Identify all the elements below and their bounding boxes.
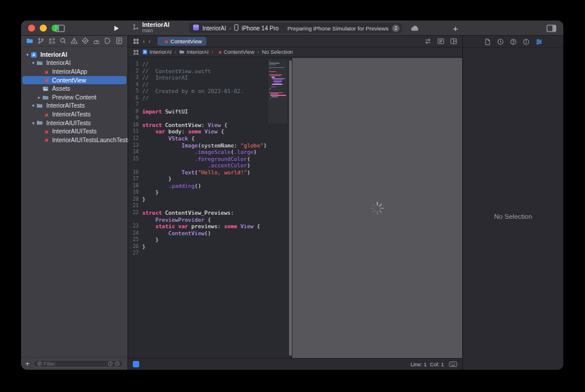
source-control-filter-icon[interactable]: [115, 361, 120, 366]
window-controls: [28, 25, 58, 32]
file-tree-item[interactable]: ▸Preview Content: [22, 93, 126, 102]
file-tree-item[interactable]: ▾InteriorAI: [22, 59, 126, 68]
file-name: Assets: [52, 85, 70, 92]
breadcrumb-item[interactable]: ContentView: [216, 49, 254, 55]
debug-navigator-icon[interactable]: [92, 37, 101, 45]
xcode-window: InteriorAI main InteriorAI › iPhone 14 P…: [21, 20, 563, 370]
code-line[interactable]: 25 }: [128, 236, 292, 243]
code-line[interactable]: 13 Image(systemName: "globe"): [128, 142, 292, 149]
go-forward-button[interactable]: ›: [149, 38, 151, 44]
code-line[interactable]: .accentColor): [128, 162, 292, 169]
code-review-icon[interactable]: [424, 37, 432, 45]
code-line[interactable]: 16 Text("Hello, world!"): [128, 169, 292, 176]
minimap-line: [272, 84, 283, 84]
toggle-inspector-button[interactable]: [546, 20, 556, 36]
code-line[interactable]: 11 var body: some View {: [128, 128, 292, 135]
file-name: InteriorAIUITests: [46, 120, 91, 126]
file-inspector-icon[interactable]: [484, 38, 491, 46]
minimap-line: [270, 95, 286, 95]
keyboard-icon[interactable]: [449, 361, 457, 367]
code-line[interactable]: 14 .imageScale(.large): [128, 149, 292, 156]
editor-scrollbar[interactable]: [289, 60, 292, 356]
find-navigator-icon[interactable]: [59, 37, 67, 45]
code-line[interactable]: 21: [128, 202, 292, 209]
code-line[interactable]: 23 static var previews: some View {: [128, 223, 292, 230]
add-editor-icon[interactable]: [450, 37, 457, 45]
line-number: 15: [128, 156, 142, 163]
file-tree-item[interactable]: InteriorAIUITests: [22, 127, 126, 136]
code-line[interactable]: 26}: [128, 243, 292, 250]
disclosure-down-icon[interactable]: ▾: [30, 60, 36, 66]
tab-overview-icon[interactable]: [133, 38, 139, 44]
tab-contentview[interactable]: ContentView: [157, 37, 207, 46]
related-items-icon[interactable]: [133, 49, 139, 56]
code-line[interactable]: 27: [128, 250, 292, 257]
code-line[interactable]: 24 ContentView(): [128, 230, 292, 237]
navigator-sidebar: ▾InteriorAI▾InteriorAIInteriorAIAppConte…: [21, 36, 128, 370]
file-tree-item[interactable]: InteriorAIUITestsLaunchTests: [22, 136, 126, 145]
disclosure-down-icon[interactable]: ▾: [30, 103, 36, 108]
go-back-button[interactable]: ‹: [143, 38, 145, 44]
symbol-navigator-icon[interactable]: [48, 37, 56, 45]
swift-icon: [42, 136, 50, 143]
file-tree-item[interactable]: Assets: [22, 84, 126, 93]
breadcrumb-item[interactable]: No Selection: [262, 49, 293, 55]
minimap[interactable]: [267, 59, 287, 123]
file-tree-item[interactable]: ▾InteriorAIUITests: [22, 119, 126, 128]
code-line[interactable]: 15 .foregroundColor(: [128, 156, 292, 163]
recent-files-filter-icon[interactable]: [108, 361, 113, 366]
disclosure-down-icon[interactable]: ▾: [30, 121, 36, 126]
editor-mode-icon[interactable]: [133, 361, 139, 367]
minimap-line: [271, 87, 277, 87]
file-tree-item[interactable]: InteriorAIApp: [22, 67, 126, 76]
breadcrumb-item[interactable]: InteriorAI: [179, 49, 208, 55]
code-line[interactable]: 18 .padding(): [128, 183, 292, 190]
attributes-inspector-icon[interactable]: [535, 38, 543, 46]
file-tree-item[interactable]: ▾InteriorAITests: [22, 102, 126, 111]
source-editor[interactable]: 1//2// ContentView.swift3// InteriorAI4/…: [128, 58, 292, 358]
breadcrumb-item[interactable]: InteriorAI: [142, 49, 171, 55]
editor-tab-bar: ‹ › ContentView: [128, 36, 462, 47]
breadcrumb-separator: ›: [212, 49, 214, 55]
file-tree-item[interactable]: ContentView: [22, 76, 126, 85]
accessibility-inspector-icon[interactable]: [522, 38, 530, 46]
preview-canvas[interactable]: [292, 58, 462, 358]
branch-icon: [132, 22, 139, 33]
scheme-selector[interactable]: InteriorAI › iPhone 14 Pro: [189, 24, 278, 32]
cloud-status-icon[interactable]: [411, 20, 420, 36]
disclosure-right-icon[interactable]: ▸: [36, 95, 42, 100]
filter-input[interactable]: [44, 361, 106, 367]
run-button[interactable]: [113, 20, 119, 36]
minimize-window-button[interactable]: [40, 25, 47, 32]
history-inspector-icon[interactable]: [497, 38, 504, 46]
file-name: InteriorAI: [40, 51, 67, 58]
file-tree-item[interactable]: InteriorAITests: [22, 110, 126, 119]
toggle-navigator-button[interactable]: [55, 20, 65, 36]
source-control-navigator-icon[interactable]: [37, 37, 45, 45]
breadcrumb-label: InteriorAI: [150, 49, 172, 55]
code-line[interactable]: 22struct ContentView_Previews:: [128, 209, 292, 216]
activity-status[interactable]: Preparing iPhone Simulator for Previews …: [287, 25, 402, 32]
file-name: InteriorAI: [46, 60, 71, 66]
issue-navigator-icon[interactable]: [70, 37, 78, 45]
code-line[interactable]: 20}: [128, 196, 292, 203]
code-line[interactable]: PreviewProvider {: [128, 216, 292, 223]
code-line[interactable]: 19 }: [128, 189, 292, 196]
minimap-line: [274, 82, 281, 83]
add-file-button[interactable]: +: [25, 359, 30, 368]
report-navigator-icon[interactable]: [115, 37, 123, 45]
disclosure-down-icon[interactable]: ▾: [25, 52, 30, 57]
test-navigator-icon[interactable]: [81, 37, 90, 45]
active-scheme-block[interactable]: InteriorAI main: [132, 22, 170, 33]
project-navigator-icon[interactable]: [26, 37, 34, 45]
code-line[interactable]: 17 }: [128, 176, 292, 183]
minimap-line: [269, 90, 270, 90]
code-line[interactable]: 12 VStack {: [128, 135, 292, 142]
close-window-button[interactable]: [28, 25, 35, 32]
breakpoint-navigator-icon[interactable]: [104, 37, 112, 45]
editor-options-icon[interactable]: [437, 37, 445, 45]
quick-help-inspector-icon[interactable]: [510, 38, 517, 46]
file-tree-item[interactable]: ▾InteriorAI: [22, 50, 126, 59]
filter-field[interactable]: [33, 360, 123, 367]
library-add-button[interactable]: +: [453, 20, 458, 36]
